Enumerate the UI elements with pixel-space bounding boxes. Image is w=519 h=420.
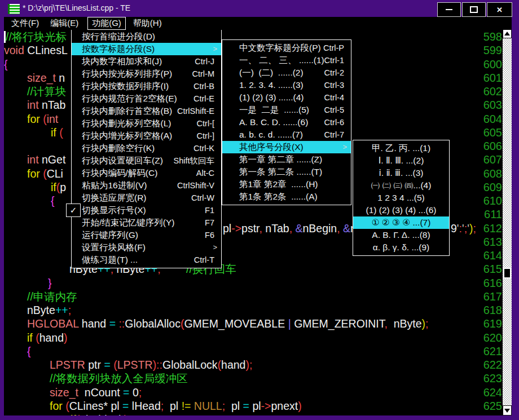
code-line-608[interactable]: for (CLi bbox=[27, 167, 63, 180]
menu-item[interactable]: 设置行块风格(F)> bbox=[72, 241, 221, 254]
line-number: 601 bbox=[467, 71, 502, 85]
vertical-scrollbar-track[interactable] bbox=[503, 28, 512, 415]
code-line-603[interactable]: int nTab bbox=[27, 98, 65, 112]
numbering-submenu: 中文数字标题分段(P)Ctrl-P一、 二、 三、 ......(1)Ctrl-… bbox=[222, 39, 351, 205]
menu-item[interactable]: (1) (2) (3) ......(4)Ctrl-4 bbox=[222, 91, 351, 104]
code-line-599[interactable]: void CLinesL bbox=[4, 43, 68, 57]
menu-item-label: (1) (2) (3) ......(4) bbox=[239, 91, 304, 104]
menu-item[interactable]: 第一章 第二章 ......(Z) bbox=[222, 153, 351, 166]
menu-item[interactable]: 第一条 第二条 ......(T) bbox=[222, 166, 351, 178]
menu-item-shortcut: Ctrl-W bbox=[191, 192, 214, 204]
menubar-item[interactable]: 文件(F) bbox=[7, 17, 43, 29]
maximize-button[interactable] bbox=[462, 2, 486, 17]
menu-item[interactable]: A. B. C. D. ......(6)Ctrl-6 bbox=[222, 116, 351, 129]
window-title: * D:\z\prj\TE\LinesList.cpp - TE bbox=[23, 3, 130, 12]
line-number: 613 bbox=[467, 235, 502, 249]
code-line-625[interactable]: for (CLines* pl = lHead; pl != NULL; pl … bbox=[50, 399, 302, 413]
menu-item[interactable]: ① ② ③ ④ ...(7) bbox=[353, 216, 449, 229]
menu-item[interactable]: 其他序号分段(X)> bbox=[222, 141, 351, 153]
line-number: 616 bbox=[467, 276, 502, 290]
menu-item[interactable]: 1. 2. 3. 4. ......(3)Ctrl-3 bbox=[222, 79, 351, 91]
close-button[interactable]: ✕ bbox=[487, 2, 512, 17]
code-line-617[interactable]: //申请内存 bbox=[27, 290, 77, 303]
menu-item-label: 1 2 3 4 ...(5) bbox=[353, 192, 449, 204]
menu-item[interactable]: 一、 二、 三、 ......(1)Ctrl-1 bbox=[222, 54, 351, 67]
line-number: 623 bbox=[467, 372, 502, 385]
code-line-622[interactable]: LPSTR ptr = (LPSTR)::GlobalLock(hand); bbox=[50, 358, 252, 372]
app-icon bbox=[8, 4, 20, 14]
menu-item[interactable]: 做练习题(T) ...Ctrl-T bbox=[72, 254, 221, 266]
menu-item[interactable]: a. b. c. d. ......(7)Ctrl-7 bbox=[222, 129, 351, 141]
menubar-item[interactable]: 编辑(E) bbox=[46, 17, 82, 29]
code-line-618[interactable]: nByte++; bbox=[27, 303, 71, 317]
minimize-button[interactable] bbox=[437, 2, 461, 17]
menu-item[interactable]: 运行键序列(G)F6 bbox=[72, 229, 221, 241]
code-line-604[interactable]: for (int bbox=[27, 112, 61, 126]
code-line-598[interactable]: //将行块光标 bbox=[6, 30, 67, 43]
menu-item[interactable]: 开始/结束记忆键序列(Y)F7 bbox=[72, 216, 221, 229]
code-line-619[interactable]: HGLOBAL hand = ::GlobalAlloc(GMEM_MOVEAB… bbox=[27, 317, 429, 330]
menu-item[interactable]: ㈠ ㈡ ㈢ ㈣...(4) bbox=[353, 179, 449, 192]
code-line-624[interactable]: size_t nCount = 0; bbox=[50, 386, 142, 399]
menu-item[interactable]: 行块内按光标列排序(P)Ctrl-M bbox=[72, 68, 221, 80]
menu-item[interactable]: 一是 二是 ......(5)Ctrl-5 bbox=[222, 104, 351, 116]
menu-item[interactable]: 粘贴为16进制(V)CtrlShift-V bbox=[72, 179, 221, 192]
menu-item[interactable]: (1) (2) (3) (4) ...(6) bbox=[353, 204, 449, 216]
code-line-620[interactable]: if (hand) bbox=[27, 331, 68, 344]
menu-item-label: ⅰ. ⅱ. ⅲ. ...(3) bbox=[353, 167, 449, 179]
window-border-left bbox=[0, 17, 4, 415]
code-line-610[interactable]: { bbox=[51, 194, 55, 207]
menu-item-label: 中文数字标题分段(P) bbox=[239, 42, 321, 54]
menubar: 文件(F)编辑(E)功能(G)帮助(H) bbox=[4, 17, 512, 30]
line-number: 608 bbox=[467, 167, 502, 180]
menu-item[interactable]: Α. Β. Γ. Δ. ...(8) bbox=[353, 229, 449, 241]
scrollbar-thumb[interactable] bbox=[503, 268, 511, 278]
menubar-item[interactable]: 功能(G) bbox=[87, 17, 126, 30]
code-line-616[interactable]: } bbox=[48, 276, 52, 290]
menu-item[interactable]: 切换适应屏宽(R)Ctrl-W bbox=[72, 192, 221, 204]
menu-item[interactable]: 按数字标题分段(S)> bbox=[72, 43, 221, 55]
scrollbar-down-button[interactable] bbox=[503, 405, 512, 415]
code-line-602[interactable]: //计算块 bbox=[27, 85, 66, 98]
menu-item-label: 行块内删光标列空格(L) bbox=[82, 117, 171, 130]
menu-item[interactable]: (一) (二) ......(2)Ctrl-2 bbox=[222, 67, 351, 79]
code-line-623[interactable]: //将数据列块放入全局缓冲区 bbox=[50, 372, 188, 385]
code-line-621[interactable]: { bbox=[27, 344, 31, 358]
code-line-605[interactable]: if ( bbox=[51, 126, 63, 139]
menu-item[interactable]: 切换显示行号(X)F1✓ bbox=[72, 204, 221, 216]
menu-item[interactable]: 中文数字标题分段(P)Ctrl-P bbox=[222, 42, 351, 54]
line-number: 607 bbox=[467, 153, 502, 166]
menu-item-label: 行块内增光标列空格(A) bbox=[82, 130, 172, 142]
menu-item-label: 行块内规范行首2空格(E) bbox=[82, 92, 177, 105]
menu-item[interactable]: α. β. γ. δ. ...(9) bbox=[353, 241, 449, 254]
menu-item[interactable]: 块内数字相加求和(J)Ctrl-J bbox=[72, 55, 221, 68]
window-border-bottom bbox=[0, 415, 519, 420]
menu-item[interactable]: 行块内规范行首2空格(E)Ctrl-E bbox=[72, 92, 221, 105]
menu-item[interactable]: 行块内设置硬回车(Z)Shift软回车 bbox=[72, 154, 221, 167]
menu-item[interactable]: 行块内编码/解码(C)Alt-C bbox=[72, 167, 221, 179]
menu-item-label: 1. 2. 3. 4. ......(3) bbox=[239, 79, 304, 91]
menu-item[interactable]: 行块内删光标列空格(L)Ctrl-[ bbox=[72, 117, 221, 130]
menu-item-label: 开始/结束记忆键序列(Y) bbox=[82, 216, 174, 229]
menu-item[interactable]: 第1章 第2章 ......(H) bbox=[222, 178, 351, 191]
submenu-arrow-icon: > bbox=[342, 141, 347, 153]
menu-item[interactable]: Ⅰ. Ⅱ. Ⅲ. ...(2) bbox=[353, 154, 449, 167]
code-line-607[interactable]: int nGet bbox=[27, 153, 65, 166]
code-line-601[interactable]: size_t n bbox=[27, 71, 65, 85]
menubar-item[interactable]: 帮助(H) bbox=[129, 17, 166, 29]
menu-item-label: Ⅰ. Ⅱ. Ⅲ. ...(2) bbox=[353, 154, 449, 167]
menu-item-shortcut: F1 bbox=[205, 204, 214, 216]
menu-item-shortcut: F6 bbox=[205, 229, 214, 241]
menu-item[interactable]: 行块内删除行首空格(B)CtrlShift-E bbox=[72, 105, 221, 117]
menu-item[interactable]: 行块内按数据列排序(I)Ctrl-B bbox=[72, 80, 221, 92]
menu-item[interactable]: 甲. 乙. 丙. ...(1) bbox=[353, 142, 449, 154]
menu-item-label: 甲. 乙. 丙. ...(1) bbox=[353, 142, 449, 154]
menu-item[interactable]: 1 2 3 4 ...(5) bbox=[353, 192, 449, 204]
menu-item[interactable]: 行块内增光标列空格(A)Ctrl-] bbox=[72, 130, 221, 142]
menu-item[interactable]: 第1条 第2条 ......(A) bbox=[222, 191, 351, 203]
menu-item[interactable]: ⅰ. ⅱ. ⅲ. ...(3) bbox=[353, 167, 449, 179]
menu-item[interactable]: 按行首缩进分段(D) bbox=[72, 30, 221, 43]
code-line-609[interactable]: if(p bbox=[51, 180, 66, 194]
menu-item[interactable]: 行块内删除空行(K)Ctrl-K bbox=[72, 142, 221, 154]
code-line-600[interactable]: { bbox=[4, 58, 8, 71]
